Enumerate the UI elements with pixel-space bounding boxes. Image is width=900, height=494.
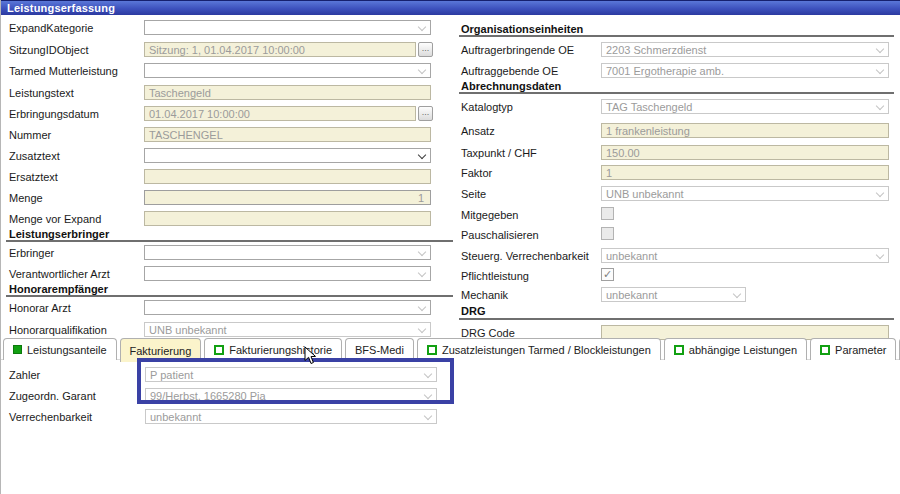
steuerg-verrechenbarkeit-select[interactable]: unbekannt <box>601 248 889 263</box>
auftraggebende-oe-select[interactable]: 7001 Ergotherapie amb. <box>601 63 889 78</box>
pauschalisieren-checkbox[interactable] <box>601 227 614 240</box>
mitgegeben-label: Mitgegeben <box>461 209 519 221</box>
section-divider <box>459 92 894 94</box>
section-drg: DRG <box>461 305 485 317</box>
section-divider <box>6 240 453 242</box>
menge-vor-expand-field[interactable] <box>144 211 431 226</box>
zahler-label: Zahler <box>9 369 40 381</box>
chevron-down-icon <box>418 269 426 277</box>
chevron-down-icon <box>876 189 884 197</box>
sitzungidobject-browse-button[interactable]: ... <box>418 42 433 57</box>
verantwortlicher-arzt-select[interactable] <box>144 266 431 281</box>
honorar-arzt-select[interactable] <box>144 300 431 315</box>
chevron-down-icon <box>876 102 884 110</box>
section-leistungserbringer: Leistungserbringer <box>9 228 109 240</box>
honorarqualifikation-select[interactable]: UNB unbekannt <box>144 322 431 337</box>
section-organisationseinheiten: Organisationseinheiten <box>461 23 583 35</box>
highlight-box <box>137 358 454 404</box>
seite-label: Seite <box>461 188 486 200</box>
green-outline-square-icon <box>427 345 437 355</box>
menge-vor-expand-label: Menge vor Expand <box>9 213 101 225</box>
leistungstext-label: Leistungstext <box>9 87 74 99</box>
mouse-cursor-icon <box>304 346 316 367</box>
auftragerbringende-oe-label: Auftragerbringende OE <box>461 44 574 56</box>
seite-select[interactable]: UNB unbekannt <box>601 186 889 201</box>
erbringer-label: Erbringer <box>9 247 54 259</box>
expandkategorie-label: ExpandKategorie <box>9 22 93 34</box>
chevron-down-icon <box>418 23 426 31</box>
menge-label: Menge <box>9 192 43 204</box>
steuerg-verrechenbarkeit-label: Steuerg. Verrechenbarkeit <box>461 250 589 262</box>
honorar-arzt-label: Honorar Arzt <box>9 302 71 314</box>
zusatztext-label: Zusatztext <box>9 150 60 162</box>
chevron-down-icon <box>418 66 426 74</box>
erbringungsdatum-field[interactable]: 01.04.2017 10:00:00 <box>144 106 416 121</box>
tab-parameter[interactable]: Parameter <box>810 338 896 360</box>
tab-zusatzleistungen-tarmed[interactable]: Zusatzleistungen Tarmed / Blockleistunge… <box>417 338 661 360</box>
zugeordn-garant-label: Zugeordn. Garant <box>9 390 96 402</box>
chevron-down-icon <box>876 251 884 259</box>
green-outline-square-icon <box>674 345 684 355</box>
taxpunkt-chf-label: Taxpunkt / CHF <box>461 147 537 159</box>
verantwortlicher-arzt-label: Verantwortlicher Arzt <box>9 268 110 280</box>
section-divider <box>6 295 453 297</box>
tarmed-mutterleistung-label: Tarmed Mutterleistung <box>9 65 118 77</box>
ersatztext-label: Ersatztext <box>9 171 58 183</box>
ansatz-field[interactable]: 1 frankenleistung <box>601 123 889 138</box>
auftragerbringende-oe-select[interactable]: 2203 Schmerzdienst <box>601 42 889 57</box>
leistungserfassung-window: Leistungserfassung ExpandKategorie Sitzu… <box>0 0 900 494</box>
nummer-label: Nummer <box>9 129 51 141</box>
tab-bfs-medi[interactable]: BFS-Medi <box>345 338 414 360</box>
mitgegeben-checkbox[interactable] <box>601 207 614 220</box>
mechanik-label: Mechanik <box>461 289 508 301</box>
tab-abhaengige-leistungen[interactable]: abhängige Leistungen <box>664 338 807 360</box>
chevron-down-icon <box>418 151 426 159</box>
chevron-down-icon <box>418 303 426 311</box>
taxpunkt-chf-field[interactable]: 150.00 <box>601 145 889 160</box>
chevron-down-icon <box>424 412 432 420</box>
pflichtleistung-checkbox[interactable]: ✓ <box>601 268 614 281</box>
verrechenbarkeit-label: Verrechenbarkeit <box>9 411 92 423</box>
green-filled-square-icon <box>13 345 22 354</box>
sitzungidobject-field[interactable]: Sitzung: 1, 01.04.2017 10:00:00 <box>144 42 416 57</box>
honorarqualifikation-label: Honorarqualifikation <box>9 324 107 336</box>
ansatz-label: Ansatz <box>461 125 495 137</box>
section-honorarempfaenger: Honorarempfänger <box>9 283 108 295</box>
green-outline-square-icon <box>820 345 830 355</box>
nummer-field[interactable]: TASCHENGEL <box>144 127 431 142</box>
tab-leistungsanteile[interactable]: Leistungsanteile <box>3 338 117 360</box>
zusatztext-select[interactable] <box>144 148 431 163</box>
tab-strip: Leistungsanteile Fakturierung Fakturieru… <box>3 338 900 360</box>
chevron-down-icon <box>418 325 426 333</box>
verrechenbarkeit-select[interactable]: unbekannt <box>145 409 437 424</box>
tarmed-mutterleistung-select[interactable] <box>144 63 431 78</box>
chevron-down-icon <box>876 45 884 53</box>
erbringer-select[interactable] <box>144 245 431 260</box>
tab-fakturierungshistorie[interactable]: Fakturierungshistorie <box>204 338 342 360</box>
katalogtyp-select[interactable]: TAG Taschengeld <box>601 99 889 114</box>
chevron-down-icon <box>876 66 884 74</box>
katalogtyp-label: Katalogtyp <box>461 101 513 113</box>
pflichtleistung-label: Pflichtleistung <box>461 270 529 282</box>
section-divider <box>459 35 894 37</box>
chevron-down-icon <box>418 248 426 256</box>
section-abrechnungsdaten: Abrechnungsdaten <box>461 80 561 92</box>
pauschalisieren-label: Pauschalisieren <box>461 229 539 241</box>
erbringungsdatum-browse-button[interactable]: ... <box>418 106 433 121</box>
faktor-field[interactable]: 1 <box>601 165 889 180</box>
mechanik-select[interactable]: unbekannt <box>601 287 746 302</box>
green-outline-square-icon <box>214 345 224 355</box>
leistungstext-field[interactable]: Taschengeld <box>144 85 431 100</box>
ersatztext-field[interactable] <box>144 169 431 184</box>
section-divider <box>459 318 894 320</box>
menge-field[interactable]: 1 <box>144 190 431 205</box>
chevron-down-icon <box>733 290 741 298</box>
faktor-label: Faktor <box>461 167 492 179</box>
window-title-bar: Leistungserfassung <box>1 0 900 15</box>
erbringungsdatum-label: Erbringungsdatum <box>9 108 99 120</box>
auftraggebende-oe-label: Auftraggebende OE <box>461 65 558 77</box>
expandkategorie-select[interactable] <box>144 20 431 35</box>
sitzungidobject-label: SitzungIDObject <box>9 44 88 56</box>
page-title: Leistungserfassung <box>7 2 115 14</box>
